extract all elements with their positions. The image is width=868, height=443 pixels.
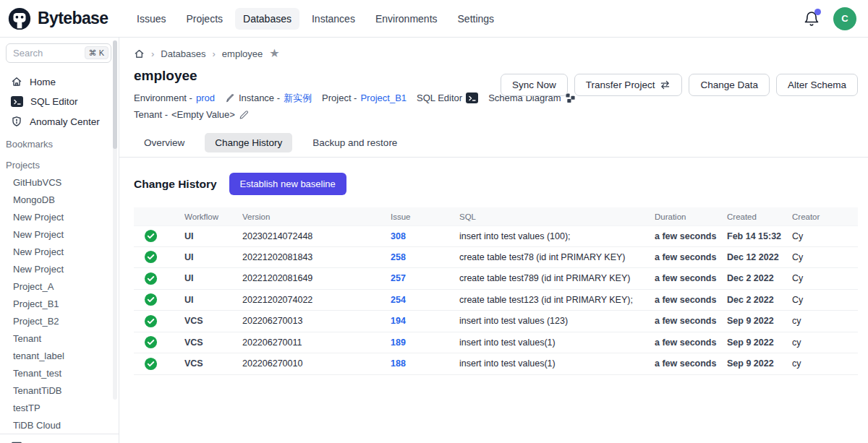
- top-nav-items: IssuesProjectsDatabasesInstancesEnvironm…: [129, 8, 502, 30]
- tab-overview[interactable]: Overview: [134, 133, 195, 152]
- sidebar-item-label: SQL Editor: [30, 96, 78, 107]
- top-nav-settings[interactable]: Settings: [450, 8, 503, 30]
- row-duration: a few seconds: [655, 316, 727, 326]
- row-workflow: UI: [184, 252, 242, 262]
- row-issue-link[interactable]: 194: [391, 316, 459, 326]
- table-row[interactable]: VCS202206270011189insert into test value…: [134, 332, 858, 354]
- sidebar-project-item[interactable]: GitHubVCS: [0, 173, 119, 191]
- row-created: Sep 9 2022: [727, 337, 792, 348]
- sidebar-scrollbar-thumb[interactable]: [113, 40, 117, 149]
- sidebar-project-item[interactable]: New Project: [0, 225, 119, 243]
- row-creator: cy: [792, 316, 858, 326]
- sidebar-item-archive[interactable]: Archive: [0, 434, 119, 443]
- sidebar-project-item[interactable]: New Project: [0, 208, 119, 225]
- sidebar-project-item[interactable]: TiDB Cloud: [0, 416, 119, 434]
- sidebar-project-item[interactable]: Project_B2: [0, 312, 119, 330]
- transfer-project-button[interactable]: Transfer Project: [574, 74, 683, 96]
- sidebar-item-label: Home: [30, 77, 56, 87]
- top-nav-projects[interactable]: Projects: [178, 8, 231, 30]
- row-version: 202206270013: [242, 316, 391, 326]
- success-check-icon: [144, 314, 158, 328]
- row-issue-link[interactable]: 188: [391, 358, 459, 369]
- table-row[interactable]: UI20230214072448308insert into test valu…: [134, 225, 858, 247]
- tenant-value: <Empty Value>: [171, 106, 235, 123]
- row-issue-link[interactable]: 308: [391, 231, 459, 241]
- table-row[interactable]: VCS202206270010188insert into test value…: [134, 353, 858, 375]
- sql-editor-link[interactable]: SQL Editor: [417, 90, 478, 106]
- row-created: Sep 9 2022: [727, 358, 792, 369]
- breadcrumb-separator: ›: [213, 48, 216, 59]
- alter-schema-button[interactable]: Alter Schema: [776, 74, 858, 96]
- row-issue-link[interactable]: 258: [391, 252, 459, 262]
- table-header-row: Workflow Version Issue SQL Duration Crea…: [134, 207, 858, 225]
- sidebar-project-item[interactable]: New Project: [0, 260, 119, 278]
- sidebar-item-sql-editor[interactable]: SQL Editor: [0, 92, 119, 111]
- notification-bell-button[interactable]: [803, 10, 820, 27]
- sidebar-project-item[interactable]: Project_A: [0, 278, 119, 295]
- sidebar-project-item[interactable]: Tenant: [0, 330, 119, 347]
- table-row[interactable]: UI20221202074022254create table test123 …: [134, 290, 858, 311]
- sidebar-project-item[interactable]: TenantTiDB: [0, 382, 119, 399]
- column-created: Created: [727, 212, 792, 221]
- sidebar-project-item[interactable]: Tenant_test: [0, 364, 119, 382]
- success-check-icon: [144, 250, 158, 264]
- sync-now-button[interactable]: Sync Now: [501, 74, 568, 96]
- column-issue: Issue: [391, 212, 459, 221]
- sidebar-project-item[interactable]: MongoDB: [0, 191, 119, 208]
- tab-backup-and-restore[interactable]: Backup and restore: [302, 133, 407, 152]
- row-status: [134, 357, 184, 371]
- breadcrumb-home-icon[interactable]: [134, 48, 145, 59]
- sidebar-project-item[interactable]: Project_B1: [0, 295, 119, 312]
- column-version: Version: [242, 212, 391, 221]
- row-issue-link[interactable]: 254: [391, 295, 459, 305]
- table-row[interactable]: UI20221202081843258create table test78 (…: [134, 247, 858, 269]
- row-created: Dec 2 2022: [727, 295, 792, 305]
- table-row[interactable]: UI20221202081649257create table test789 …: [134, 268, 858, 290]
- sidebar-item-label: Anomaly Center: [30, 116, 100, 127]
- breadcrumb-databases[interactable]: Databases: [161, 48, 205, 59]
- sidebar-item-home[interactable]: Home: [0, 72, 119, 92]
- sidebar-project-item[interactable]: tenant_label: [0, 347, 119, 364]
- breadcrumb-employee[interactable]: employee: [222, 48, 263, 59]
- row-sql: create table test78 (id int PRIMARY KEY): [459, 252, 655, 262]
- top-nav-environments[interactable]: Environments: [367, 8, 446, 30]
- terminal-icon: [466, 93, 478, 103]
- column-creator: Creator: [792, 212, 858, 221]
- success-check-icon: [144, 272, 158, 285]
- project-link[interactable]: Project_B1: [360, 90, 407, 106]
- row-sql: insert into test values(1): [459, 337, 655, 348]
- sidebar-project-item[interactable]: New Project: [0, 243, 119, 260]
- bookmark-star-icon[interactable]: ★: [269, 48, 279, 59]
- change-history-heading: Change History: [134, 178, 217, 191]
- breadcrumb: › Databases › employee ★: [134, 48, 858, 59]
- row-issue-link[interactable]: 257: [391, 273, 459, 283]
- sidebar-item-anomaly-center[interactable]: Anomaly Center: [0, 111, 119, 132]
- user-avatar[interactable]: C: [833, 7, 856, 30]
- change-data-button[interactable]: Change Data: [689, 74, 770, 96]
- bytebase-logo[interactable]: Bytebase: [7, 7, 129, 31]
- sidebar-project-item[interactable]: testTP: [0, 399, 119, 416]
- edit-pencil-icon[interactable]: [239, 110, 249, 120]
- establish-baseline-button[interactable]: Establish new baseline: [229, 173, 346, 195]
- top-nav-databases[interactable]: Databases: [235, 8, 299, 30]
- row-status: [134, 250, 184, 264]
- notification-dot: [814, 9, 821, 15]
- row-sql: create table test123 (id int PRIMARY KEY…: [459, 295, 655, 305]
- sidebar: ⌘ K Home SQL Editor Anomaly Center Bookm…: [0, 38, 119, 443]
- environment-link[interactable]: prod: [196, 90, 215, 106]
- shield-icon: [11, 116, 22, 127]
- row-issue-link[interactable]: 189: [391, 337, 459, 348]
- row-duration: a few seconds: [655, 273, 727, 283]
- tab-change-history[interactable]: Change History: [205, 133, 292, 152]
- top-nav-issues[interactable]: Issues: [129, 8, 174, 30]
- row-created: Dec 2 2022: [727, 273, 792, 283]
- success-check-icon: [144, 335, 158, 349]
- project-label: Project -: [322, 90, 357, 106]
- transfer-arrows-icon: [660, 80, 671, 90]
- database-actions: Sync Now Transfer Project Change Data Al…: [501, 74, 858, 96]
- table-row[interactable]: VCS202206270013194insert into test value…: [134, 311, 858, 332]
- row-created: Dec 12 2022: [727, 252, 792, 262]
- top-nav-instances[interactable]: Instances: [304, 8, 363, 30]
- row-workflow: UI: [184, 273, 242, 283]
- instance-link[interactable]: 新实例: [284, 90, 312, 106]
